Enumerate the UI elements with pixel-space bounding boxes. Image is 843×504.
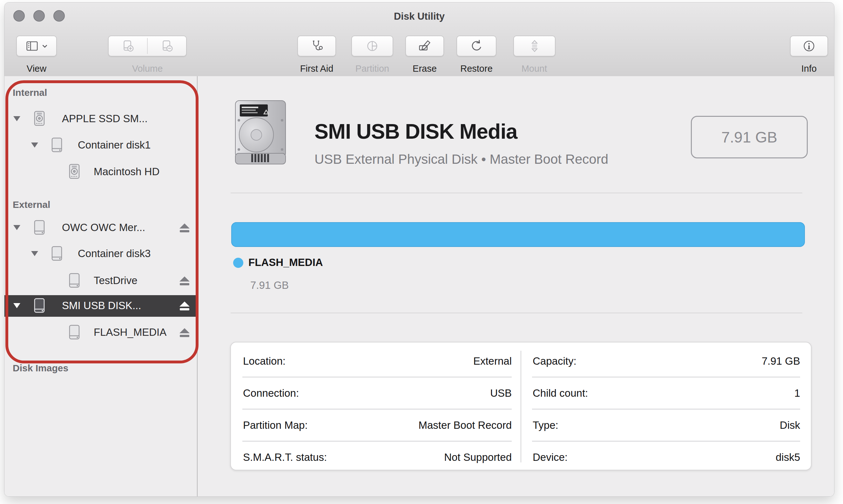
detail-row-device: Device: disk5: [533, 441, 800, 473]
separator: [231, 312, 802, 313]
detail-row-type: Type: Disk: [533, 409, 800, 441]
sidebar-item-smi-usb-disk[interactable]: SMI USB DISK...: [4, 295, 197, 317]
sidebar-item-owc[interactable]: OWC OWC Mer...: [4, 217, 197, 239]
stethoscope-icon: [310, 39, 324, 53]
detail-row-partition-map: Partition Map: Master Boot Record: [243, 409, 512, 441]
screenshot-canvas: Disk Utility: [0, 0, 843, 504]
detail-label: Partition Map:: [243, 419, 308, 431]
info-button[interactable]: [790, 36, 828, 56]
disk-utility-window: Disk Utility: [4, 2, 834, 497]
external-drive-icon: [65, 323, 84, 342]
main-pane: SMI USB DISK Media USB External Physical…: [197, 76, 834, 497]
detail-row-capacity: Capacity: 7.91 GB: [533, 345, 800, 377]
sidebar-item-label: SMI USB DISK...: [62, 300, 141, 312]
eject-icon[interactable]: [178, 301, 191, 311]
sidebar-item-label: FLASH_MEDIA: [94, 326, 166, 338]
sidebar-item-label: Container disk3: [78, 248, 151, 259]
mount-label: Mount: [522, 64, 547, 74]
detail-label: S.M.A.R.T. status:: [243, 451, 327, 463]
titlebar-toolbar: Disk Utility: [4, 2, 834, 77]
details-card: Location: External Connection: USB Parti…: [230, 342, 811, 470]
restore-label: Restore: [460, 64, 493, 74]
disclosure-triangle-icon[interactable]: [13, 224, 21, 231]
detail-value: Master Boot Record: [419, 419, 512, 431]
partition-button[interactable]: [351, 36, 393, 56]
detail-row-child-count: Child count: 1: [533, 377, 800, 409]
sidebar: Internal APPLE SSD SM... Container disk1: [4, 76, 197, 497]
restore-button[interactable]: [456, 36, 496, 56]
sidebar-item-label: TestDrive: [94, 274, 138, 287]
info-label: Info: [802, 64, 816, 74]
chevron-down-icon: [41, 42, 48, 50]
detail-label: Device:: [533, 451, 568, 463]
mount-icon: [527, 39, 542, 53]
detail-label: Child count:: [533, 387, 588, 399]
internal-disk-icon: [65, 163, 84, 181]
legend-color-dot: [233, 258, 243, 268]
section-header-internal: Internal: [13, 86, 47, 100]
external-drive-icon: [48, 245, 66, 263]
partition-circle-icon: [365, 39, 380, 53]
eject-icon[interactable]: [178, 222, 191, 233]
internal-disk-icon: [30, 110, 49, 128]
view-button[interactable]: [16, 36, 57, 56]
sidebar-item-testdrive[interactable]: TestDrive: [4, 270, 197, 292]
erase-button[interactable]: [405, 36, 444, 56]
separator: [231, 193, 802, 193]
section-header-external: External: [13, 198, 50, 212]
first-aid-button[interactable]: [297, 36, 336, 56]
detail-value: External: [473, 355, 512, 367]
erase-pencil-icon: [417, 39, 432, 53]
remove-volume-icon[interactable]: [148, 39, 186, 53]
section-header-disk-images: Disk Images: [13, 361, 68, 375]
detail-label: Connection:: [243, 387, 299, 399]
sidebar-item-container-disk1[interactable]: Container disk1: [4, 134, 197, 156]
detail-value: 1: [794, 387, 800, 399]
detail-row-smart-status: S.M.A.R.T. status: Not Supported: [243, 441, 512, 473]
mount-button[interactable]: [513, 36, 556, 56]
disclosure-triangle-icon[interactable]: [31, 250, 39, 257]
sidebar-item-macintosh-hd[interactable]: Macintosh HD: [4, 161, 197, 183]
device-subtitle: USB External Physical Disk • Master Boot…: [314, 152, 608, 167]
external-drive-icon: [48, 136, 66, 155]
info-icon: [802, 39, 816, 53]
sidebar-item-label: Macintosh HD: [94, 166, 159, 178]
restore-arrow-icon: [469, 39, 484, 53]
external-drive-icon: [30, 297, 49, 315]
detail-value: Not Supported: [444, 451, 512, 463]
sidebar-item-flash-media[interactable]: FLASH_MEDIA: [4, 322, 197, 343]
eject-icon[interactable]: [178, 275, 191, 286]
details-column-divider: [521, 351, 521, 463]
partition-bar-segment-flash-media[interactable]: [231, 222, 805, 247]
disclosure-triangle-icon[interactable]: [31, 142, 39, 148]
partition-label: Partition: [355, 64, 389, 74]
detail-value: 7.91 GB: [762, 355, 800, 367]
external-drive-icon: [65, 272, 84, 290]
detail-value: USB: [490, 387, 512, 399]
sidebar-item-container-disk3[interactable]: Container disk3: [4, 243, 197, 265]
sidebar-item-label: APPLE SSD SM...: [62, 113, 148, 125]
disclosure-triangle-icon[interactable]: [13, 302, 21, 309]
window-title: Disk Utility: [4, 11, 834, 22]
eject-icon[interactable]: [178, 327, 191, 338]
detail-label: Location:: [243, 355, 285, 367]
sidebar-view-icon: [25, 39, 39, 53]
first-aid-label: First Aid: [300, 64, 334, 74]
volume-segmented-control[interactable]: [108, 36, 187, 56]
sidebar-item-apple-ssd[interactable]: APPLE SSD SM...: [4, 108, 197, 130]
add-volume-icon[interactable]: [109, 39, 147, 53]
device-title: SMI USB DISK Media: [314, 119, 517, 143]
view-label: View: [27, 64, 46, 74]
detail-label: Capacity:: [533, 355, 577, 367]
sidebar-item-label: Container disk1: [78, 139, 151, 151]
legend-partition-size: 7.91 GB: [250, 279, 289, 291]
volume-label: Volume: [132, 64, 163, 74]
detail-value: disk5: [776, 451, 800, 463]
external-drive-icon: [30, 219, 49, 237]
disclosure-triangle-icon[interactable]: [13, 115, 21, 122]
detail-value: Disk: [780, 419, 800, 431]
erase-label: Erase: [412, 64, 437, 74]
legend-partition-name: FLASH_MEDIA: [248, 256, 323, 269]
detail-row-location: Location: External: [243, 345, 512, 377]
sidebar-item-label: OWC OWC Mer...: [62, 221, 145, 234]
